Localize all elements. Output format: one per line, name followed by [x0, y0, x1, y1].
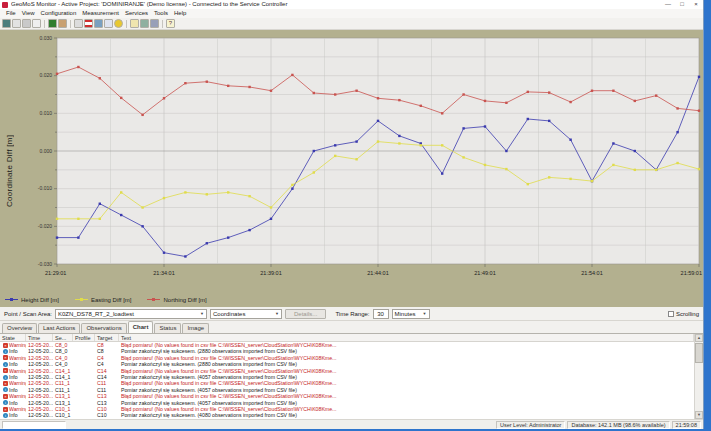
view-type-select[interactable]: Coordinates ▼ — [210, 309, 282, 319]
svg-text:-0.010: -0.010 — [38, 185, 52, 191]
title-bar: GeoMoS Monitor - Active Project: 'DOMINI… — [0, 0, 703, 9]
tab-chart[interactable]: Chart — [128, 321, 154, 333]
tab-observations[interactable]: Observations — [81, 323, 126, 333]
gear-icon[interactable] — [140, 19, 149, 28]
status-panel-empty — [2, 421, 66, 429]
chevron-down-icon: ▼ — [423, 311, 427, 316]
info-icon: i — [3, 349, 8, 354]
view-tabs: OverviewLast ActionsObservationsChartSta… — [0, 321, 703, 333]
table-body: ×Warning12-05-20...C8_0C8Błąd pomiaru! (… — [0, 342, 694, 419]
svg-text:0.010: 0.010 — [39, 110, 52, 116]
svg-text:21:39:01: 21:39:01 — [260, 270, 281, 276]
warning-icon: × — [3, 381, 8, 386]
clock-status: 21:59:08 — [672, 421, 701, 429]
report-icon[interactable] — [32, 19, 41, 28]
menu-measurement[interactable]: Measurement — [79, 9, 122, 18]
menu-configuration[interactable]: Configuration — [38, 9, 80, 18]
svg-text:21:49:01: 21:49:01 — [474, 270, 495, 276]
legend-item: Height Diff [m] — [5, 297, 59, 303]
column-header-se[interactable]: Se... — [53, 334, 73, 341]
view-type-value: Coordinates — [213, 311, 245, 317]
toolbar-separator — [162, 20, 163, 28]
help-icon[interactable]: ? — [166, 19, 175, 28]
northing-series-marker — [147, 297, 160, 302]
window-controls: — □ × — [661, 0, 703, 9]
menu-view[interactable]: View — [19, 9, 38, 18]
toolbar: ? — [0, 18, 703, 30]
scroll-down-icon[interactable]: ▼ — [695, 411, 703, 419]
tab-status[interactable]: Status — [154, 323, 181, 333]
tree-icon[interactable] — [48, 19, 57, 28]
legend-label: Easting Diff [m] — [91, 297, 132, 303]
tab-last-actions[interactable]: Last Actions — [38, 323, 80, 333]
print-icon[interactable] — [22, 19, 31, 28]
time-range-input[interactable]: 30 — [373, 309, 389, 319]
svg-text:21:34:01: 21:34:01 — [153, 270, 174, 276]
status-bar: User Level: Administrator Database: 142.… — [0, 419, 703, 429]
menu-services[interactable]: Services — [122, 9, 151, 18]
time-unit-select[interactable]: Minutes ▼ — [392, 309, 430, 319]
scrolling-label: Scrolling — [676, 311, 699, 317]
svg-text:0.030: 0.030 — [39, 35, 52, 41]
monitor-icon[interactable] — [2, 19, 11, 28]
scrolling-checkbox-group: Scrolling — [668, 311, 699, 317]
menu-bar: FileViewConfigurationMeasurementServices… — [0, 9, 703, 18]
svg-text:21:29:01: 21:29:01 — [45, 270, 66, 276]
person-icon[interactable] — [58, 19, 67, 28]
column-header-profile[interactable]: Profile — [73, 334, 95, 341]
window-title: GeoMoS Monitor - Active Project: 'DOMINI… — [11, 0, 658, 9]
warning-icon: × — [3, 355, 8, 360]
details-button[interactable]: Details... — [285, 309, 326, 319]
chevron-down-icon: ▼ — [200, 311, 204, 316]
screen-icon[interactable] — [94, 19, 103, 28]
svg-text:-0.030: -0.030 — [38, 261, 52, 267]
column-header-target[interactable]: Target — [95, 334, 119, 341]
copy-icon[interactable] — [12, 19, 21, 28]
column-header-time[interactable]: Time — [26, 334, 53, 341]
svg-text:21:54:01: 21:54:01 — [581, 270, 602, 276]
tab-image[interactable]: Image — [182, 323, 209, 333]
wrench-icon[interactable] — [150, 19, 159, 28]
column-header-text[interactable]: Text — [119, 334, 694, 341]
legend-label: Northing Diff [m] — [163, 297, 206, 303]
info-icon: i — [3, 362, 8, 367]
user-level-status: User Level: Administrator — [496, 421, 565, 429]
event-log-table: StateTimeSe...ProfileTargetText ×Warning… — [0, 333, 703, 419]
scroll-up-icon[interactable]: ▲ — [695, 334, 703, 342]
chart-plot-area: -0.030-0.020-0.0100.0000.0100.0200.03021… — [0, 30, 704, 284]
coordinate-chart[interactable]: -0.030-0.020-0.0100.0000.0100.0200.03021… — [0, 30, 703, 307]
chart-icon[interactable] — [104, 19, 113, 28]
info-icon: i — [3, 375, 8, 380]
tab-overview[interactable]: Overview — [2, 323, 37, 333]
mail-icon[interactable] — [130, 19, 139, 28]
flag-icon[interactable] — [84, 19, 93, 28]
cursor-icon[interactable] — [74, 19, 83, 28]
svg-text:0.020: 0.020 — [39, 72, 52, 78]
chart-controls-bar: Point / Scan Area: K0ZN_DS78_RT_2_loadte… — [0, 307, 703, 321]
scrolling-checkbox[interactable] — [668, 311, 674, 317]
point-select-value: K0ZN_DS78_RT_2_loadtest — [58, 311, 134, 317]
info-icon: i — [3, 400, 8, 405]
point-select[interactable]: K0ZN_DS78_RT_2_loadtest ▼ — [55, 309, 207, 319]
menu-file[interactable]: File — [3, 9, 19, 18]
scrollbar-thumb[interactable] — [695, 343, 703, 363]
menu-help[interactable]: Help — [171, 9, 189, 18]
maximize-button[interactable]: □ — [675, 0, 689, 9]
app-icon — [2, 2, 8, 8]
warning-icon: × — [3, 343, 8, 348]
minimize-button[interactable]: — — [661, 0, 675, 9]
point-scan-area-label: Point / Scan Area: — [4, 311, 52, 317]
close-button[interactable]: × — [689, 0, 703, 9]
time-range-label: Time Range: — [335, 311, 369, 317]
easting-series-marker — [75, 297, 88, 302]
info-icon: i — [3, 387, 8, 392]
chart-y-axis-label: Coordinate Diff [m] — [5, 88, 14, 253]
warning-icon: × — [3, 368, 8, 373]
menu-tools[interactable]: Tools — [151, 9, 171, 18]
chevron-down-icon: ▼ — [275, 311, 279, 316]
column-header-state[interactable]: State — [0, 334, 26, 341]
table-scrollbar[interactable]: ▲ ▼ — [694, 334, 703, 419]
warning-icon: × — [3, 394, 8, 399]
table-header: StateTimeSe...ProfileTargetText — [0, 334, 703, 342]
clock-icon[interactable] — [114, 19, 123, 28]
